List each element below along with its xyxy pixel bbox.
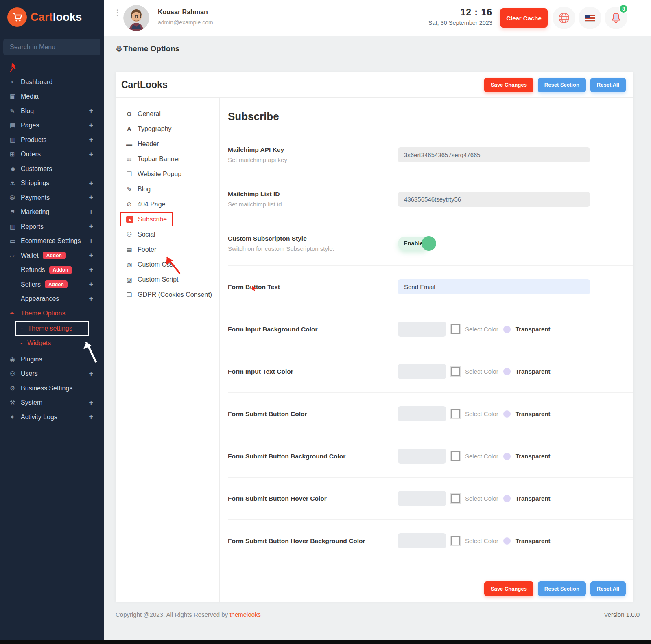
sidebar-item-products[interactable]: ▦Products+ bbox=[0, 133, 104, 147]
field-row-form-button-text: Form Button Text bbox=[228, 266, 633, 308]
expand-plus-icon[interactable]: + bbox=[89, 222, 93, 231]
select-color-label: Select Color bbox=[465, 453, 498, 460]
app-logo[interactable]: Cartlooks bbox=[0, 0, 104, 27]
color-swatch[interactable] bbox=[398, 406, 446, 421]
sidebar-menu: ◔Dashboard ▣Media ✎Blog+ ▤Pages+ ▦Produc… bbox=[0, 75, 104, 425]
expand-plus-icon[interactable]: + bbox=[89, 179, 93, 188]
expand-plus-icon[interactable]: + bbox=[89, 193, 93, 202]
transparent-label: Transparent bbox=[516, 537, 551, 544]
sidebar-item-refunds[interactable]: RefundsAddon+ bbox=[0, 263, 104, 278]
expand-plus-icon[interactable]: + bbox=[89, 266, 93, 274]
sidebar-item-payments[interactable]: ⛁Payments+ bbox=[0, 191, 104, 205]
expand-plus-icon[interactable]: + bbox=[89, 208, 93, 217]
sidebar-item-shippings[interactable]: ⚓Shippings+ bbox=[0, 176, 104, 191]
transparent-dot-icon[interactable] bbox=[503, 495, 511, 502]
expand-plus-icon[interactable]: + bbox=[89, 107, 93, 115]
sidebar-item-blog[interactable]: ✎Blog+ bbox=[0, 104, 104, 118]
sidebar-item-wallet[interactable]: ▱WalletAddon+ bbox=[0, 248, 104, 263]
themelooks-link[interactable]: themelooks bbox=[229, 611, 261, 618]
expand-plus-icon[interactable]: + bbox=[89, 251, 93, 260]
sidebar-item-activity-logs[interactable]: ✦Activity Logs+ bbox=[0, 410, 104, 425]
top-header: ⋮ Kousar Rahman admin@example.com 12 : 1… bbox=[104, 0, 651, 36]
gdpr-icon: ❏ bbox=[125, 291, 133, 298]
expand-plus-icon[interactable]: + bbox=[89, 280, 93, 289]
color-swatch[interactable] bbox=[398, 449, 446, 464]
expand-plus-icon[interactable]: + bbox=[89, 136, 93, 144]
notifications-button[interactable]: 8 bbox=[605, 7, 627, 29]
transparent-dot-icon[interactable] bbox=[503, 410, 511, 418]
pushpin-icon[interactable] bbox=[8, 62, 104, 72]
reset-section-button[interactable]: Reset Section bbox=[538, 78, 586, 92]
bottom-bar bbox=[0, 640, 651, 644]
reset-all-button[interactable]: Reset All bbox=[590, 78, 626, 92]
tab-topbar-banner[interactable]: ⚏Topbar Banner bbox=[116, 151, 219, 166]
transparent-dot-icon[interactable] bbox=[503, 453, 511, 460]
sidebar-item-dashboard[interactable]: ◔Dashboard bbox=[0, 75, 104, 90]
collapse-minus-icon[interactable]: − bbox=[89, 309, 93, 318]
tab-blog[interactable]: ✎Blog bbox=[116, 182, 219, 197]
kebab-menu-icon[interactable]: ⋮ bbox=[114, 10, 121, 15]
expand-plus-icon[interactable]: + bbox=[89, 399, 93, 407]
mailchimp-list-id-input[interactable] bbox=[398, 192, 590, 207]
language-globe-button[interactable] bbox=[553, 7, 575, 29]
color-swatch[interactable] bbox=[398, 364, 446, 379]
sidebar-item-media[interactable]: ▣Media bbox=[0, 90, 104, 104]
color-swatch[interactable] bbox=[398, 491, 446, 506]
tab-header[interactable]: ▬Header bbox=[116, 136, 219, 151]
sidebar-item-sellers[interactable]: SellersAddon+ bbox=[0, 277, 104, 292]
color-picker-checkbox[interactable] bbox=[451, 367, 460, 376]
save-changes-button-bottom[interactable]: Save Changes bbox=[484, 581, 533, 596]
tab-typography[interactable]: ATypography bbox=[116, 121, 219, 136]
locale-flag-button[interactable] bbox=[579, 7, 601, 29]
tab-subscribe[interactable]: ▲Subscribe bbox=[120, 212, 173, 226]
tab-website-popup[interactable]: ❒Website Popup bbox=[116, 166, 219, 182]
expand-plus-icon[interactable]: + bbox=[89, 370, 93, 378]
color-swatch[interactable] bbox=[398, 533, 446, 548]
transparent-dot-icon[interactable] bbox=[503, 368, 511, 375]
reset-section-button-bottom[interactable]: Reset Section bbox=[538, 581, 586, 596]
sidebar-item-orders[interactable]: ⊞Orders+ bbox=[0, 147, 104, 162]
sidebar-item-theme-options[interactable]: ✒Theme Options− bbox=[0, 306, 104, 321]
sidebar-item-appearances[interactable]: Appearances+ bbox=[0, 292, 104, 307]
field-label: Form Input Background Color bbox=[228, 326, 386, 333]
expand-plus-icon[interactable]: + bbox=[89, 413, 93, 421]
sidebar-item-customers[interactable]: ☻Customers bbox=[0, 162, 104, 176]
color-picker-checkbox[interactable] bbox=[451, 409, 460, 418]
color-picker-checkbox[interactable] bbox=[451, 324, 460, 334]
sidebar-item-theme-settings[interactable]: -Theme settings bbox=[15, 321, 89, 336]
field-description: Set mailchimp api key bbox=[228, 156, 386, 163]
field-row-form-submit-button-hover-color: Form Submit Button Hover Color Select Co… bbox=[228, 478, 633, 520]
sidebar-item-ecommerce-settings[interactable]: ▭Ecommerce Settings+ bbox=[0, 234, 104, 249]
transparent-dot-icon[interactable] bbox=[503, 537, 511, 545]
sidebar-item-users[interactable]: ⚇Users+ bbox=[0, 367, 104, 381]
color-picker-checkbox[interactable] bbox=[451, 536, 460, 545]
sidebar-item-system[interactable]: ⚒System+ bbox=[0, 396, 104, 410]
color-picker-checkbox[interactable] bbox=[451, 451, 460, 461]
sidebar-item-marketing[interactable]: ⚑Marketing+ bbox=[0, 205, 104, 220]
menu-search-input[interactable] bbox=[3, 39, 100, 55]
sidebar-item-pages[interactable]: ▤Pages+ bbox=[0, 118, 104, 133]
expand-plus-icon[interactable]: + bbox=[89, 121, 93, 130]
expand-plus-icon[interactable]: + bbox=[89, 237, 93, 245]
expand-plus-icon[interactable]: + bbox=[89, 150, 93, 159]
tab-social[interactable]: ⚇Social bbox=[116, 227, 219, 242]
color-swatch[interactable] bbox=[398, 322, 446, 337]
custom-subscription-style-toggle[interactable]: Enable bbox=[398, 237, 429, 250]
mailchimp-api-key-input[interactable] bbox=[398, 147, 590, 162]
sidebar-item-reports[interactable]: ▥Reports+ bbox=[0, 219, 104, 234]
tab-gdpr[interactable]: ❏GDPR (Cookies Consent) bbox=[116, 287, 219, 302]
clear-cache-button[interactable]: Clear Cache bbox=[500, 8, 548, 28]
color-picker-checkbox[interactable] bbox=[451, 494, 460, 503]
tab-general[interactable]: ⚙General bbox=[116, 106, 219, 121]
expand-plus-icon[interactable]: + bbox=[89, 295, 93, 303]
sidebar-item-business-settings[interactable]: ⚙Business Settings bbox=[0, 381, 104, 396]
reset-all-button-bottom[interactable]: Reset All bbox=[590, 581, 626, 596]
transparent-dot-icon[interactable] bbox=[503, 326, 511, 333]
dashboard-icon: ◔ bbox=[10, 79, 21, 85]
theme-options-icon: ✒ bbox=[10, 310, 21, 317]
typography-icon: A bbox=[125, 125, 133, 132]
save-changes-button[interactable]: Save Changes bbox=[484, 78, 533, 92]
form-button-text-input[interactable] bbox=[398, 279, 590, 294]
user-avatar[interactable] bbox=[123, 5, 149, 31]
tab-404-page[interactable]: ⊘404 Page bbox=[116, 197, 219, 212]
